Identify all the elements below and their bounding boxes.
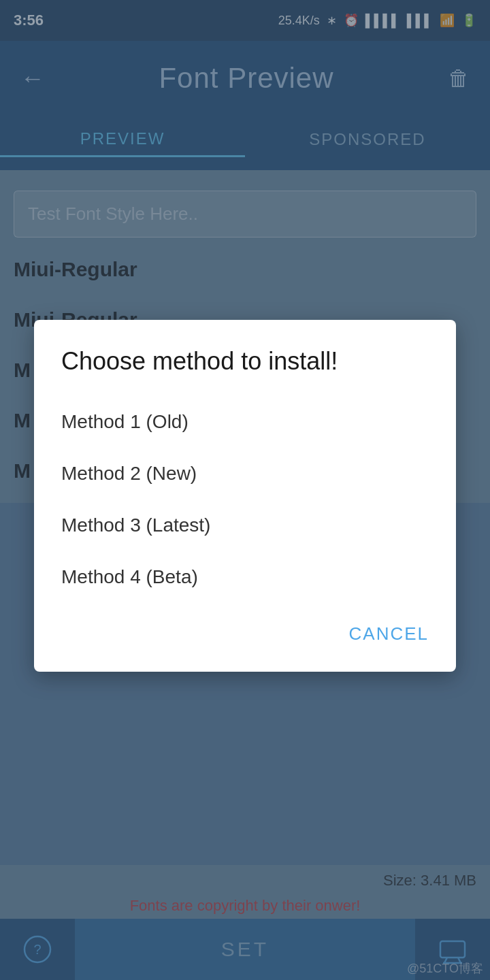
cancel-button[interactable]: CANCEL bbox=[349, 617, 429, 651]
method-3-option[interactable]: Method 3 (Latest) bbox=[61, 500, 429, 551]
method-4-option[interactable]: Method 4 (Beta) bbox=[61, 551, 429, 603]
dialog-title: Choose method to install! bbox=[61, 347, 429, 376]
install-method-dialog: Choose method to install! Method 1 (Old)… bbox=[34, 320, 456, 672]
dialog-actions: CANCEL bbox=[61, 617, 429, 658]
method-2-option[interactable]: Method 2 (New) bbox=[61, 448, 429, 500]
method-1-option[interactable]: Method 1 (Old) bbox=[61, 396, 429, 448]
